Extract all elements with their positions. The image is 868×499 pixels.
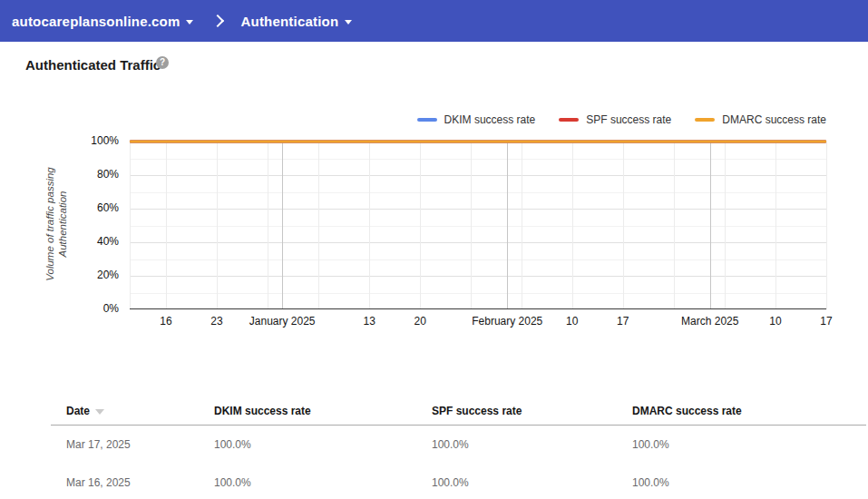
y-axis-tick-label: 0%	[64, 302, 119, 315]
x-axis-tick-label: 17	[617, 315, 629, 328]
horizontal-gridline	[130, 175, 826, 176]
y-axis-title-line: Volume of traffic passing	[44, 138, 56, 310]
chevron-down-icon	[186, 20, 193, 24]
column-header-date[interactable]: Date	[51, 405, 214, 417]
column-header-dmarc: DMARC success rate	[632, 405, 866, 417]
x-axis-tick-label: 23	[210, 315, 222, 328]
y-axis-title-line: Authentication	[56, 138, 69, 310]
series-line-dmarc	[130, 141, 826, 143]
y-axis-tick-label: 40%	[64, 235, 119, 248]
cell-date: Mar 17, 2025	[51, 438, 214, 451]
report-selector-menu[interactable]: Authentication	[240, 14, 352, 29]
chart-legend: DKIM success rateSPF success rateDMARC s…	[417, 113, 826, 126]
week-gridline	[130, 142, 131, 309]
cell-date: Mar 16, 2025	[51, 476, 214, 489]
chart-plot-area	[130, 142, 826, 309]
legend-swatch	[559, 118, 579, 122]
week-gridline	[318, 142, 319, 309]
horizontal-gridline	[130, 209, 826, 210]
y-axis-title: Volume of traffic passing Authentication	[44, 138, 69, 310]
week-gridline	[420, 142, 421, 309]
authentication-results-table: Date DKIM success rate SPF success rate …	[51, 397, 866, 499]
week-gridline	[471, 142, 472, 309]
legend-item-spf: SPF success rate	[559, 113, 671, 126]
y-axis-tick-label: 80%	[64, 168, 119, 181]
week-gridline	[775, 142, 776, 309]
sort-descending-icon	[95, 409, 104, 415]
legend-label: DKIM success rate	[444, 113, 536, 126]
cell-dmarc: 100.0%	[632, 476, 866, 489]
legend-swatch	[417, 118, 437, 122]
y-axis-tick-label: 20%	[64, 269, 119, 281]
report-selector-label: Authentication	[240, 14, 338, 29]
table-body: Mar 17, 2025100.0%100.0%100.0%Mar 16, 20…	[51, 426, 866, 499]
x-axis-tick-label: January 2025	[249, 315, 316, 328]
horizontal-gridline	[130, 293, 826, 294]
horizontal-gridline	[130, 159, 826, 160]
legend-item-dkim: DKIM success rate	[417, 113, 536, 126]
y-axis-tick-label: 60%	[64, 201, 119, 214]
week-gridline	[166, 142, 167, 309]
legend-item-dmarc: DMARC success rate	[695, 113, 826, 126]
month-gridline	[507, 142, 508, 309]
x-axis-tick-label: February 2025	[472, 315, 542, 328]
week-gridline	[268, 142, 268, 309]
x-axis-tick-label: 10	[769, 315, 781, 328]
horizontal-gridline	[130, 242, 826, 243]
table-row: Mar 16, 2025100.0%100.0%100.0%	[51, 464, 866, 499]
week-gridline	[217, 142, 218, 309]
month-gridline	[710, 142, 711, 309]
horizontal-gridline	[130, 276, 826, 277]
x-axis-tick-label: 20	[414, 315, 426, 328]
y-axis-labels: 0%20%40%60%80%100%	[80, 142, 124, 309]
y-axis-tick-label: 100%	[64, 134, 119, 147]
week-gridline	[674, 142, 675, 309]
cell-spf: 100.0%	[432, 476, 632, 489]
horizontal-gridline	[130, 259, 826, 260]
legend-label: SPF success rate	[586, 113, 671, 126]
column-header-spf: SPF success rate	[432, 405, 632, 417]
week-gridline	[623, 142, 624, 309]
horizontal-gridline	[130, 226, 826, 227]
chevron-down-icon	[345, 20, 352, 24]
week-gridline	[522, 142, 522, 309]
cell-spf: 100.0%	[432, 438, 632, 451]
x-axis-labels: 1623January 20251320February 20251017Mar…	[130, 315, 826, 329]
cell-dkim: 100.0%	[214, 438, 432, 451]
breadcrumb-chevron-right-icon	[211, 15, 224, 27]
x-axis-tick-label: 10	[566, 315, 578, 328]
month-gridline	[282, 142, 283, 309]
cell-dkim: 100.0%	[214, 476, 432, 489]
x-axis-tick-label: March 2025	[681, 315, 738, 328]
x-axis-tick-label: 13	[364, 315, 375, 328]
domain-selector-label: autocareplansonline.com	[12, 14, 180, 29]
legend-swatch	[695, 118, 715, 122]
week-gridline	[725, 142, 726, 309]
cell-dmarc: 100.0%	[632, 438, 866, 451]
help-icon[interactable]: ?	[156, 56, 169, 69]
postmaster-authentication-page: autocareplansonline.com Authentication A…	[0, 0, 868, 499]
table-header-row: Date DKIM success rate SPF success rate …	[51, 397, 866, 426]
x-axis-line	[130, 308, 826, 309]
horizontal-gridline	[130, 192, 826, 193]
week-gridline	[826, 142, 827, 309]
x-axis-tick-label: 17	[820, 315, 832, 328]
legend-label: DMARC success rate	[722, 113, 826, 126]
column-header-date-label: Date	[66, 405, 90, 417]
week-gridline	[369, 142, 370, 309]
table-row: Mar 17, 2025100.0%100.0%100.0%	[51, 426, 866, 464]
column-header-dkim: DKIM success rate	[214, 405, 432, 417]
top-navigation-bar: autocareplansonline.com Authentication	[0, 0, 868, 42]
domain-selector-menu[interactable]: autocareplansonline.com	[12, 14, 193, 29]
week-gridline	[572, 142, 573, 309]
page-title: Authenticated Traffic	[25, 57, 161, 73]
x-axis-tick-label: 16	[160, 315, 171, 328]
